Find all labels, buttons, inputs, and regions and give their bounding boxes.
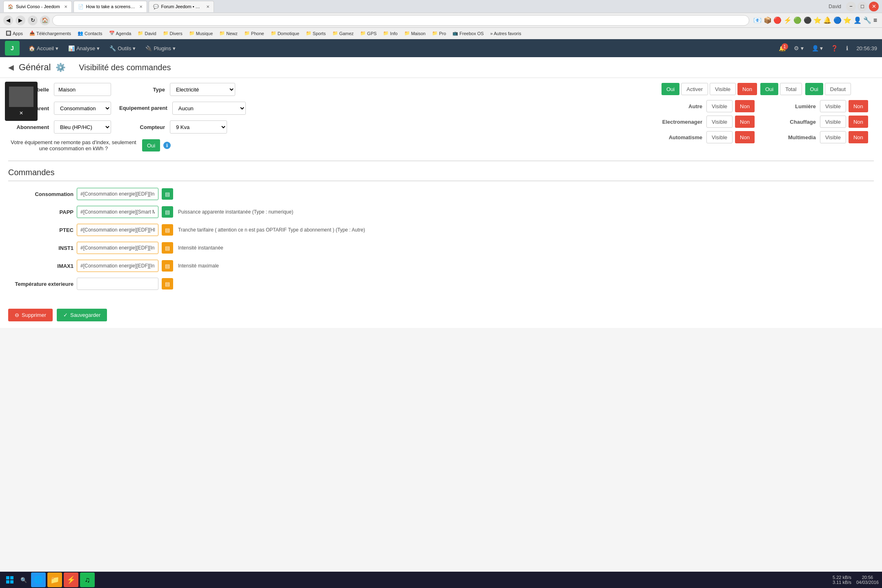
- bookmark-telechargements[interactable]: 📥 Téléchargements: [27, 30, 74, 37]
- save-button[interactable]: ✓ Sauvegarder: [57, 309, 107, 321]
- vis-activer-btn[interactable]: Activer: [681, 83, 708, 95]
- cmd-icon-btn-inst1[interactable]: ▤: [162, 242, 173, 254]
- tab-close-3[interactable]: ✕: [206, 4, 209, 9]
- autre-visible-btn[interactable]: Visible: [706, 100, 733, 112]
- bookmark-musique[interactable]: 📁 Musique: [187, 30, 216, 37]
- equipement-select[interactable]: Aucun: [172, 102, 246, 115]
- lumiere-label: Lumière: [783, 103, 816, 109]
- newz-icon: 📁: [219, 31, 225, 36]
- tab-close-1[interactable]: ✕: [64, 4, 67, 9]
- cmd-icon-btn-temp[interactable]: ▤: [162, 278, 173, 290]
- lumiere-non-btn[interactable]: Non: [849, 100, 868, 112]
- sidebar-close-btn[interactable]: ✕: [5, 109, 38, 118]
- help-btn[interactable]: ❓: [828, 42, 841, 54]
- objet-parent-select[interactable]: Consommation: [54, 102, 111, 115]
- cmd-icon-btn-ptec[interactable]: ▤: [162, 224, 173, 236]
- info-btn[interactable]: ℹ: [843, 42, 851, 54]
- maison-icon: 📁: [404, 31, 410, 36]
- back-button[interactable]: ◀: [3, 16, 13, 25]
- autre-non-btn[interactable]: Non: [735, 100, 755, 112]
- settings-gear-btn[interactable]: ⚙ ▾: [791, 42, 807, 54]
- bookmark-david[interactable]: 📁 David: [135, 30, 158, 37]
- electro-visible-btn[interactable]: Visible: [706, 116, 733, 128]
- lumiere-visible-btn[interactable]: Visible: [820, 100, 846, 112]
- bookmark-contacts[interactable]: 👥 Contacts: [75, 30, 105, 37]
- delete-button[interactable]: ⊖ Supprimer: [8, 309, 53, 321]
- tab-forum[interactable]: 💬 Forum Jeedom • Consulte... ✕: [149, 1, 214, 12]
- bookmark-divers[interactable]: 📁 Divers: [160, 30, 185, 37]
- cmd-input-consommation[interactable]: [77, 188, 158, 200]
- maximize-button[interactable]: □: [858, 2, 867, 11]
- chevron-down-icon-plugins: ▾: [173, 45, 176, 51]
- auto-non-btn[interactable]: Non: [735, 131, 755, 143]
- bookmark-apps[interactable]: 🔲 Apps: [3, 30, 25, 37]
- home-button[interactable]: 🏠: [40, 16, 50, 25]
- cmd-icon-btn-consommation[interactable]: ▤: [162, 188, 173, 200]
- bookmark-agenda[interactable]: 📅 Agenda: [107, 30, 134, 37]
- forward-button[interactable]: ▶: [16, 16, 25, 25]
- cmd-label-imax1: IMAX1: [8, 263, 74, 269]
- bookmark-newz[interactable]: 📁 Newz: [217, 30, 240, 37]
- vis-total-btn[interactable]: Total: [780, 83, 802, 95]
- tab-suivi-conso[interactable]: 🏠 Suivi Conso - Jeedom ✕: [3, 1, 72, 12]
- bookmark-gps[interactable]: 📁 GPS: [358, 30, 379, 37]
- cmd-label-temp: Température exterieure: [8, 281, 74, 287]
- cmd-input-temp[interactable]: [77, 278, 158, 290]
- cmd-input-papp[interactable]: [77, 206, 158, 218]
- oui-toggle-btn[interactable]: Oui: [142, 139, 160, 151]
- auto-visible-btn[interactable]: Visible: [706, 131, 733, 143]
- multimedia-visible-btn[interactable]: Visible: [820, 131, 846, 143]
- cmd-desc-imax1: Intensité maximale: [178, 263, 219, 269]
- sidebar-toggle-btn[interactable]: ◀: [8, 63, 14, 72]
- chauffage-non-btn[interactable]: Non: [849, 116, 868, 128]
- vis-oui3-btn[interactable]: Oui: [805, 83, 823, 95]
- tab-screenshot[interactable]: 📄 How to take a screenshot ✕: [74, 1, 147, 12]
- address-bar[interactable]: lesloutres.hd.free.fr/jeedom/index.php?v…: [52, 15, 749, 26]
- bookmark-gamez[interactable]: 📁 Gamez: [330, 30, 356, 37]
- chauffage-visible-btn[interactable]: Visible: [820, 116, 846, 128]
- cmd-input-ptec[interactable]: [77, 224, 158, 236]
- cmd-input-inst1[interactable]: [77, 242, 158, 254]
- bookmark-maison[interactable]: 📁 Maison: [402, 30, 428, 37]
- nav-accueil[interactable]: 🏠 Accueil ▾: [24, 43, 62, 54]
- bookmark-domotique[interactable]: 📁 Domotique: [268, 30, 302, 37]
- bookmark-sports[interactable]: 📁 Sports: [303, 30, 328, 37]
- vis-defaut-btn[interactable]: Defaut: [825, 83, 851, 95]
- close-button[interactable]: ✕: [869, 2, 879, 11]
- notifications-btn[interactable]: 🔔 1: [775, 42, 789, 54]
- auto-multimedia-row: Automatisme Visible Non Multimedia Visib…: [662, 131, 874, 143]
- reload-button[interactable]: ↻: [28, 16, 38, 25]
- bookmark-autres[interactable]: » Autres favoris: [488, 30, 524, 37]
- abonnement-select[interactable]: Bleu (HP/HC): [54, 120, 111, 134]
- libelle-input[interactable]: [54, 83, 111, 96]
- bookmark-freebox[interactable]: 📺 Freebox OS: [450, 30, 486, 37]
- vis-non-btn[interactable]: Non: [737, 83, 757, 95]
- nav-outils[interactable]: 🔧 Outils ▾: [105, 43, 140, 54]
- vis-visible-btn[interactable]: Visible: [710, 83, 736, 95]
- cmd-icon-btn-papp[interactable]: ▤: [162, 206, 173, 218]
- nav-plugins[interactable]: 🔌 Plugins ▾: [141, 43, 180, 54]
- visibility-area: Oui Activer Visible Non Oui Total Oui De…: [662, 83, 874, 147]
- nav-analyse[interactable]: 📊 Analyse ▾: [64, 43, 104, 54]
- cmd-icon-btn-imax1[interactable]: ▤: [162, 260, 173, 272]
- electro-non-btn[interactable]: Non: [735, 116, 755, 128]
- command-row-consommation: Consommation ▤: [8, 188, 874, 200]
- vis-oui2-btn[interactable]: Oui: [760, 83, 778, 95]
- minimize-button[interactable]: −: [846, 2, 856, 11]
- consommation-info-icon[interactable]: ℹ: [163, 142, 171, 149]
- user-btn[interactable]: 👤 ▾: [808, 42, 826, 54]
- info-nav-icon: ℹ: [846, 45, 848, 51]
- bookmark-pro[interactable]: 📁 Pro: [430, 30, 448, 37]
- chevron-down-icon-gear: ▾: [801, 45, 804, 51]
- multimedia-non-btn[interactable]: Non: [849, 131, 868, 143]
- compteur-select[interactable]: 9 Kva: [170, 120, 227, 134]
- bookmark-phone[interactable]: 📁 Phone: [242, 30, 267, 37]
- settings-cog-icon[interactable]: ⚙️: [56, 62, 66, 72]
- type-select[interactable]: Electricité: [170, 83, 235, 96]
- page-title: Général: [19, 62, 51, 73]
- extensions-area[interactable]: 📧 📦 🔴 ⚡ 🟢 ⚫ ⭐ 🔔 🔵 ⭐ 👤 🔧 ≡: [753, 16, 877, 24]
- bookmark-info[interactable]: 📁 Info: [381, 30, 400, 37]
- vis-oui-btn[interactable]: Oui: [662, 83, 679, 95]
- cmd-input-imax1[interactable]: [77, 260, 158, 272]
- tab-close-2[interactable]: ✕: [139, 4, 143, 9]
